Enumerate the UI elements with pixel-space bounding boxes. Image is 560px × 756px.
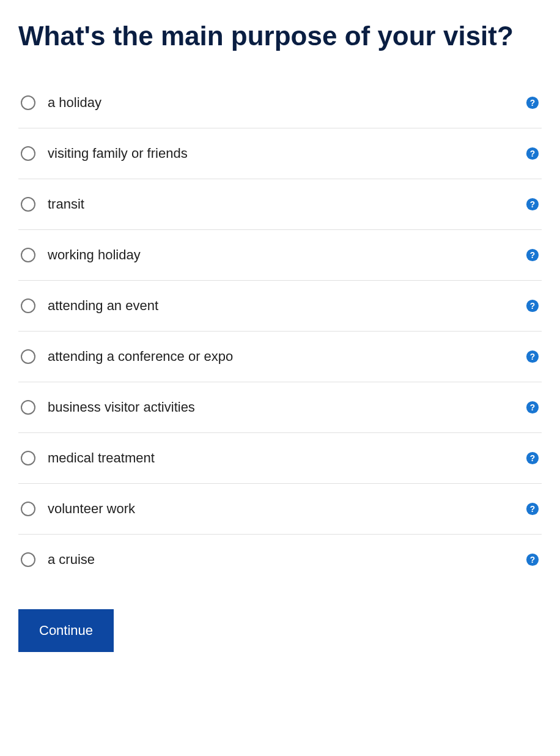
radio-icon[interactable] (21, 552, 35, 567)
page-title: What's the main purpose of your visit? (18, 18, 542, 53)
option-label: working holiday (48, 247, 518, 263)
svg-text:?: ? (530, 98, 535, 108)
radio-icon[interactable] (21, 451, 35, 465)
help-icon[interactable]: ? (526, 299, 539, 313)
option-cruise[interactable]: a cruise ? (18, 535, 542, 585)
help-icon[interactable]: ? (526, 96, 539, 109)
option-holiday[interactable]: a holiday ? (18, 78, 542, 128)
help-icon[interactable]: ? (526, 502, 539, 516)
svg-text:?: ? (530, 149, 535, 158)
svg-text:?: ? (530, 555, 535, 565)
svg-text:?: ? (530, 403, 535, 412)
option-attending-event[interactable]: attending an event ? (18, 281, 542, 332)
option-transit[interactable]: transit ? (18, 179, 542, 230)
svg-text:?: ? (530, 302, 535, 311)
help-icon[interactable]: ? (526, 553, 539, 566)
option-medical-treatment[interactable]: medical treatment ? (18, 433, 542, 484)
svg-text:?: ? (530, 200, 535, 209)
option-label: visiting family or friends (48, 146, 518, 161)
help-icon[interactable]: ? (526, 198, 539, 211)
option-label: business visitor activities (48, 399, 518, 415)
radio-icon[interactable] (21, 197, 35, 212)
help-icon[interactable]: ? (526, 147, 539, 160)
option-label: attending an event (48, 298, 518, 314)
help-icon[interactable]: ? (526, 451, 539, 465)
radio-icon[interactable] (21, 95, 35, 110)
option-business-visitor-activities[interactable]: business visitor activities ? (18, 382, 542, 433)
radio-icon[interactable] (21, 349, 35, 364)
radio-icon[interactable] (21, 400, 35, 415)
option-visiting-family-friends[interactable]: visiting family or friends ? (18, 128, 542, 179)
radio-icon[interactable] (21, 298, 35, 313)
svg-text:?: ? (530, 251, 535, 260)
option-volunteer-work[interactable]: volunteer work ? (18, 484, 542, 535)
radio-icon[interactable] (21, 248, 35, 262)
option-label: medical treatment (48, 450, 518, 466)
svg-text:?: ? (530, 454, 535, 463)
svg-text:?: ? (530, 352, 535, 361)
help-icon[interactable]: ? (526, 248, 539, 262)
radio-icon[interactable] (21, 502, 35, 516)
option-label: a cruise (48, 552, 518, 568)
options-list: a holiday ? visiting family or friends ?… (18, 78, 542, 585)
option-label: transit (48, 196, 518, 212)
option-label: volunteer work (48, 501, 518, 517)
continue-button[interactable]: Continue (18, 609, 114, 652)
help-icon[interactable]: ? (526, 350, 539, 363)
option-working-holiday[interactable]: working holiday ? (18, 230, 542, 281)
radio-icon[interactable] (21, 146, 35, 161)
svg-text:?: ? (530, 505, 535, 514)
option-label: a holiday (48, 95, 518, 111)
help-icon[interactable]: ? (526, 401, 539, 414)
option-attending-conference-expo[interactable]: attending a conference or expo ? (18, 332, 542, 382)
option-label: attending a conference or expo (48, 349, 518, 365)
